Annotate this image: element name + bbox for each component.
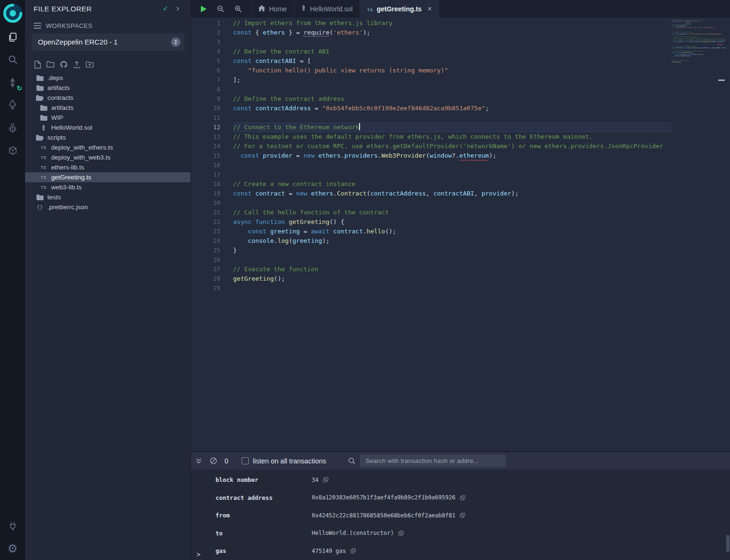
code-line[interactable]: const contract = new ethers.Contract(con… bbox=[672, 47, 726, 49]
zoom-out-icon[interactable] bbox=[217, 5, 225, 13]
listen-checkbox[interactable] bbox=[242, 457, 249, 464]
terminal-prompt[interactable]: > bbox=[197, 551, 200, 558]
code-line[interactable]: // Create a new contract instance bbox=[233, 179, 672, 189]
copy-icon[interactable] bbox=[323, 477, 328, 482]
code-line[interactable] bbox=[233, 113, 672, 123]
code-line[interactable]: const contractAddress = "0xb54febb5c0c0f… bbox=[233, 104, 672, 113]
code-line[interactable]: // Define the contract address bbox=[233, 94, 672, 104]
code-line[interactable]: const provider = new ethers.providers.We… bbox=[233, 151, 672, 160]
file-item-deploy_with_web3.ts[interactable]: TSdeploy_with_web3.ts bbox=[25, 152, 190, 162]
debugger-icon[interactable] bbox=[0, 116, 25, 139]
code-line[interactable]: // Call the hello function of the contra… bbox=[233, 208, 672, 217]
line-number: 15 bbox=[191, 151, 233, 160]
clear-console-icon[interactable] bbox=[210, 457, 217, 464]
code-line[interactable] bbox=[233, 85, 672, 94]
tab-getGreeting.ts[interactable]: TSgetGreeting.ts× bbox=[360, 0, 439, 18]
copy-icon[interactable] bbox=[460, 495, 465, 500]
copy-icon[interactable] bbox=[351, 548, 356, 553]
code-line[interactable]: console.log(greeting); bbox=[233, 236, 672, 246]
code-line[interactable]: // This example uses the default provide… bbox=[233, 132, 672, 142]
code-line[interactable] bbox=[233, 37, 672, 47]
file-item-artifacts[interactable]: artifacts bbox=[25, 83, 190, 93]
zoom-in-icon[interactable] bbox=[234, 5, 242, 13]
file-item-contracts[interactable]: contracts bbox=[25, 93, 190, 103]
code-line[interactable]: // Connect to the Ethereum network bbox=[233, 123, 672, 132]
code-line[interactable]: } bbox=[233, 246, 672, 255]
code-line[interactable] bbox=[233, 255, 672, 265]
code-line[interactable]: getGreeting(); bbox=[233, 274, 672, 284]
code-line[interactable] bbox=[233, 198, 672, 208]
file-item-deploy_with_ethers.ts[interactable]: TSdeploy_with_ethers.ts bbox=[25, 142, 190, 152]
code-line[interactable] bbox=[233, 170, 672, 179]
chevron-right-icon[interactable]: › bbox=[176, 3, 179, 13]
line-number: 3 bbox=[191, 37, 233, 47]
check-icon[interactable]: ✓ bbox=[162, 4, 169, 13]
code-line[interactable]: const contract = new ethers.Contract(con… bbox=[233, 189, 672, 198]
file-item-web3-lib.ts[interactable]: TSweb3-lib.ts bbox=[25, 182, 190, 192]
file-explorer-icon[interactable] bbox=[0, 26, 25, 48]
solidity-compiler-icon[interactable]: ↻ bbox=[0, 71, 25, 94]
collapse-terminal-icon[interactable] bbox=[196, 458, 202, 464]
upload-file-icon[interactable] bbox=[73, 61, 81, 68]
new-folder-icon[interactable] bbox=[46, 61, 54, 68]
run-script-button[interactable] bbox=[200, 5, 207, 13]
close-tab-icon[interactable]: × bbox=[427, 5, 432, 13]
upload-folder-icon[interactable] bbox=[86, 61, 94, 68]
plugin-manager-icon[interactable] bbox=[0, 515, 25, 537]
file-item-scripts[interactable]: scripts bbox=[25, 133, 190, 142]
new-file-icon[interactable] bbox=[34, 61, 41, 69]
tx-detail-value: 0x8a120383e6057b1f3aef4fa9b89c2f1b0a6959… bbox=[312, 494, 455, 501]
code-pane[interactable]: // Import ethers from the ethers.js libr… bbox=[233, 18, 672, 293]
folder-icon bbox=[36, 75, 44, 81]
file-item-.prettierrc.json[interactable]: {}.prettierrc.json bbox=[25, 202, 190, 212]
tx-detail-row: from0x42452c22c88178685850e68beb6cf0f2ae… bbox=[191, 507, 730, 524]
code-line[interactable]: "function hello() public view returns (s… bbox=[233, 66, 672, 75]
code-line[interactable]: // Import ethers from the ethers.js libr… bbox=[233, 18, 672, 28]
code-line[interactable]: const { ethers } = require('ethers'); bbox=[233, 28, 672, 37]
line-number: 5 bbox=[191, 56, 233, 66]
code-line[interactable] bbox=[233, 284, 672, 293]
file-label: .prettierrc.json bbox=[47, 204, 88, 211]
code-line[interactable]: async function getGreeting() { bbox=[233, 217, 672, 227]
copy-icon[interactable] bbox=[398, 531, 404, 536]
clone-github-icon[interactable] bbox=[60, 61, 68, 68]
search-icon[interactable] bbox=[0, 48, 25, 71]
hamburger-menu-icon[interactable] bbox=[34, 22, 41, 31]
line-number: 23 bbox=[191, 227, 233, 236]
file-item-ethers-lib.ts[interactable]: TSethers-lib.ts bbox=[25, 162, 190, 172]
file-item-HelloWorld.sol[interactable]: HelloWorld.sol bbox=[25, 123, 190, 133]
code-line[interactable] bbox=[233, 160, 672, 170]
deploy-and-run-icon[interactable] bbox=[0, 94, 25, 116]
code-line[interactable]: const contractABI = [ bbox=[233, 56, 672, 66]
tab-Home[interactable]: Home bbox=[251, 0, 294, 18]
code-line[interactable]: const provider = new ethers.providers.We… bbox=[672, 41, 726, 43]
file-item-getGreeting.ts[interactable]: TSgetGreeting.ts bbox=[25, 172, 190, 182]
tab-label: HelloWorld.sol bbox=[310, 5, 352, 13]
code-line[interactable]: const greeting = await contract.hello(); bbox=[233, 227, 672, 236]
workspace-selector[interactable]: OpenZeppelin ERC20 - 1 bbox=[32, 34, 184, 51]
terminal-search-input[interactable] bbox=[360, 454, 506, 467]
file-item-.deps[interactable]: .deps bbox=[25, 73, 190, 83]
file-label: HelloWorld.sol bbox=[51, 124, 92, 131]
code-line[interactable]: // Define the contract ABI bbox=[233, 47, 672, 56]
copy-icon[interactable] bbox=[460, 513, 465, 518]
file-item-tests[interactable]: tests bbox=[25, 192, 190, 202]
code-line[interactable]: const contractAddress = "0xb54febb5c0c0f… bbox=[672, 34, 726, 35]
remix-logo bbox=[0, 1, 25, 26]
minimap[interactable]: // Import ethers from the ethers.js libr… bbox=[672, 19, 726, 65]
line-number-gutter: 1234567891011121314151617181920212223242… bbox=[191, 18, 233, 293]
terminal-scrollbar[interactable] bbox=[726, 535, 730, 552]
plugins-icon[interactable] bbox=[0, 139, 25, 162]
file-item-artifacts[interactable]: artifacts bbox=[25, 103, 190, 113]
tab-HelloWorld.sol[interactable]: HelloWorld.sol bbox=[294, 0, 360, 18]
code-line[interactable]: // For a testnet or custom RPC, use ethe… bbox=[233, 142, 672, 151]
file-item-WIP[interactable]: WIP bbox=[25, 113, 190, 123]
settings-icon[interactable]: ⚙ bbox=[0, 537, 25, 560]
line-number: 29 bbox=[191, 284, 233, 293]
code-line[interactable]: // Execute the function bbox=[233, 265, 672, 274]
code-line[interactable]: ]; bbox=[233, 75, 672, 85]
code-line[interactable] bbox=[672, 63, 726, 64]
folder-open-icon bbox=[36, 135, 44, 141]
file-explorer-panel: FILE EXPLORER ✓ › WORKSPACES OpenZeppeli… bbox=[25, 0, 191, 560]
workspace-dropdown-icon[interactable] bbox=[171, 37, 180, 47]
